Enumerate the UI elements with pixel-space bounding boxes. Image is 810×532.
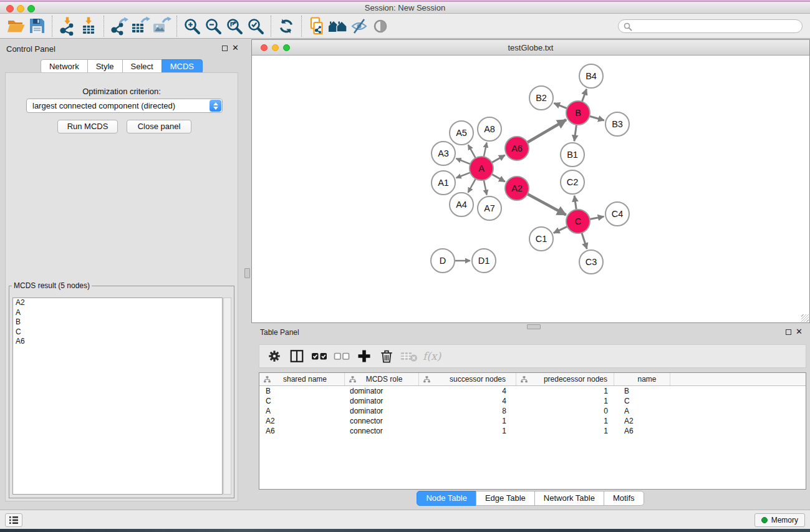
table-cell[interactable]: B	[259, 387, 345, 395]
mcds-result-item[interactable]: B	[13, 317, 222, 327]
table-cell[interactable]: A6	[259, 427, 345, 435]
import-table-button[interactable]	[78, 16, 99, 36]
edge-C-C1[interactable]	[554, 226, 567, 233]
node-C4[interactable]: C4	[605, 202, 629, 226]
edge-A-A3[interactable]	[456, 158, 470, 164]
column-header-name[interactable]: name	[614, 373, 670, 385]
table-cell[interactable]: 0	[516, 407, 614, 415]
edge-A6-B[interactable]	[527, 120, 566, 142]
delete-table-button[interactable]	[399, 347, 419, 365]
zoom-selected-button[interactable]	[245, 16, 266, 36]
edge-A-A6[interactable]	[492, 155, 505, 163]
table-cell[interactable]: 1	[516, 417, 614, 425]
table-row[interactable]: Adominator80A	[259, 406, 806, 416]
column-header-predecessor-nodes[interactable]: predecessor nodes	[516, 373, 614, 385]
table-cell[interactable]: 1	[419, 417, 516, 425]
node-C2[interactable]: C2	[561, 170, 584, 194]
close-window-button[interactable]	[6, 5, 14, 12]
table-cell[interactable]: 8	[419, 407, 516, 415]
edge-C-C2[interactable]	[574, 196, 576, 210]
edge-A-A8[interactable]	[484, 143, 487, 157]
zoom-fit-button[interactable]	[224, 16, 245, 36]
table-cell[interactable]: C	[614, 397, 670, 405]
close-panel-icon[interactable]: ✕	[232, 43, 239, 52]
toggle-split-view-button[interactable]	[287, 347, 307, 365]
table-cell[interactable]: 4	[419, 387, 516, 395]
zoom-in-button[interactable]	[181, 16, 203, 36]
column-header-successor-nodes[interactable]: successor nodes	[419, 373, 516, 385]
node-A5[interactable]: A5	[450, 121, 473, 145]
tab-select[interactable]: Select	[122, 59, 162, 74]
column-header-mcds-role[interactable]: MCDS role	[345, 373, 419, 385]
edge-A-A2[interactable]	[492, 174, 505, 181]
node-B4[interactable]: B4	[579, 64, 603, 88]
deselect-all-button[interactable]	[332, 347, 352, 365]
close-panel-icon[interactable]: ✕	[796, 327, 803, 336]
table-cell[interactable]: A2	[259, 417, 345, 425]
tab-style[interactable]: Style	[87, 59, 123, 74]
add-column-button[interactable]	[354, 347, 374, 365]
edge-A-A5[interactable]	[468, 145, 476, 158]
node-C[interactable]: C	[566, 210, 590, 233]
table-row[interactable]: Cdominator41C	[259, 396, 806, 406]
edge-C-C4[interactable]	[590, 216, 604, 219]
network-minimize-button[interactable]	[272, 44, 279, 51]
node-A2[interactable]: A2	[505, 177, 529, 200]
edge-A2-C[interactable]	[528, 194, 566, 215]
table-cell[interactable]: A	[259, 407, 345, 415]
node-B1[interactable]: B1	[561, 143, 584, 167]
edge-C-C3[interactable]	[582, 233, 587, 249]
mcds-result-item[interactable]: A	[13, 308, 222, 318]
edge-B-B1[interactable]	[574, 125, 577, 141]
show-panels-button[interactable]	[5, 513, 22, 527]
table-cell[interactable]: 1	[516, 387, 614, 395]
node-A8[interactable]: A8	[478, 117, 501, 141]
node-A7[interactable]: A7	[478, 196, 501, 220]
network-zoom-button[interactable]	[283, 44, 290, 51]
tab-network[interactable]: Network	[41, 59, 88, 74]
table-cell[interactable]: 1	[516, 397, 614, 405]
table-cell[interactable]: C	[259, 397, 345, 405]
edge-A-A4[interactable]	[468, 179, 476, 193]
tab-motifs[interactable]: Motifs	[604, 491, 644, 506]
node-B2[interactable]: B2	[529, 86, 553, 110]
table-cell[interactable]: dominator	[345, 407, 419, 415]
table-cell[interactable]: dominator	[345, 397, 419, 405]
table-cell[interactable]: 1	[516, 427, 614, 435]
mcds-result-item[interactable]: C	[13, 327, 222, 337]
float-panel-icon[interactable]	[786, 329, 791, 335]
export-table-button[interactable]	[130, 16, 151, 36]
table-cell[interactable]: A2	[614, 417, 670, 425]
divider-grip-icon[interactable]	[244, 268, 250, 278]
run-mcds-button[interactable]: Run MCDS	[57, 120, 118, 133]
table-cell[interactable]: connector	[345, 417, 419, 425]
tab-node-table[interactable]: Node Table	[417, 491, 476, 506]
table-cell[interactable]: A6	[614, 427, 670, 435]
refresh-network-button[interactable]	[276, 16, 297, 36]
edge-A-A7[interactable]	[484, 180, 487, 195]
show-hide-panels-button[interactable]	[370, 16, 391, 36]
table-cell[interactable]: B	[614, 387, 670, 395]
home-button[interactable]	[327, 16, 349, 36]
node-C3[interactable]: C3	[579, 250, 603, 274]
mcds-result-list[interactable]: A2ABCA6	[12, 297, 223, 495]
node-B[interactable]: B	[566, 101, 590, 125]
export-image-button[interactable]	[151, 16, 172, 36]
delete-entry-button[interactable]	[377, 347, 397, 365]
node-A4[interactable]: A4	[450, 193, 473, 216]
save-session-button[interactable]	[26, 16, 47, 36]
table-row[interactable]: A2connector11A2	[259, 416, 806, 426]
select-all-button[interactable]	[309, 347, 329, 365]
import-network-button[interactable]	[57, 16, 78, 36]
node-A1[interactable]: A1	[432, 171, 455, 195]
network-window-titlebar[interactable]: testGlobe.txt	[252, 40, 809, 56]
edge-B-B3[interactable]	[589, 116, 604, 120]
open-session-button[interactable]	[5, 16, 26, 36]
table-cell[interactable]: connector	[345, 427, 419, 435]
edge-A-A1[interactable]	[456, 173, 471, 178]
zoom-out-button[interactable]	[203, 16, 224, 36]
criterion-select[interactable]: largest connected component (directed)	[26, 99, 223, 113]
node-B3[interactable]: B3	[605, 112, 629, 136]
node-D[interactable]: D	[431, 249, 455, 273]
table-cell[interactable]: dominator	[345, 387, 419, 395]
